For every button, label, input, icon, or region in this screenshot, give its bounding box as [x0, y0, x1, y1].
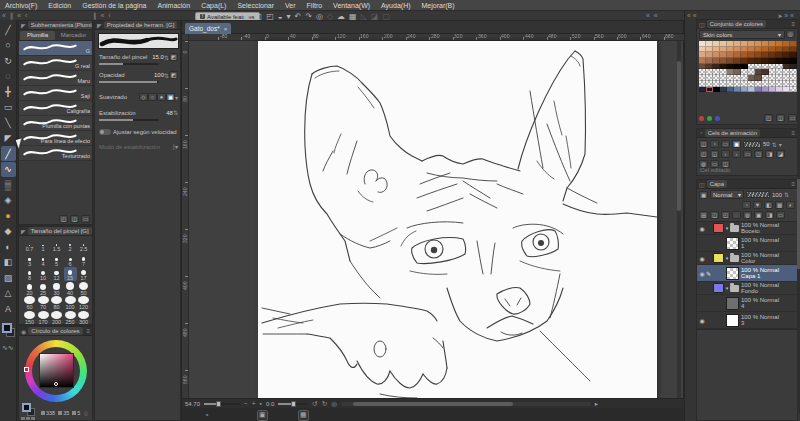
brush-tool[interactable]: ∿ — [1, 162, 16, 177]
color-swatch[interactable] — [776, 87, 783, 93]
layer-opacity-stepper[interactable]: ⇅ — [784, 191, 789, 198]
layer-thumbnail[interactable] — [726, 297, 739, 310]
layer-row-color[interactable]: ◉▾100 % NormalColor — [697, 252, 797, 265]
brush-size-cell[interactable]: 2 — [64, 238, 77, 252]
cels-toolbar-icon[interactable]: ▭ — [743, 150, 752, 158]
panel-menu-icon[interactable]: ≡ — [791, 21, 795, 27]
duplicate-subtool-icon[interactable]: ◫ — [70, 215, 79, 223]
layer-palette-icon[interactable]: ▣ — [699, 191, 708, 199]
brush-size-cell[interactable]: 17 — [77, 267, 90, 281]
brush-size-cell[interactable]: 170 — [37, 311, 50, 325]
menu-item[interactable]: Ver — [285, 2, 296, 9]
rotate-right-icon[interactable]: ↻ — [322, 400, 327, 408]
cels-toolbar-icon[interactable]: ▣ — [732, 140, 741, 148]
text-tool[interactable]: A — [1, 301, 16, 316]
brush-item[interactable]: Para línea de efecto — [19, 131, 92, 146]
pencil-tool[interactable]: ╱ — [1, 146, 16, 161]
stabilization-mode-dropdown-icon[interactable]: ▾ — [175, 143, 178, 150]
eye-icon[interactable]: ◉ — [698, 225, 706, 232]
color-swatch[interactable] — [713, 87, 720, 93]
move-tool[interactable]: ╋ — [1, 84, 16, 99]
brush-size-cell[interactable]: 25 — [37, 282, 50, 296]
brush-size-cell[interactable]: 6 — [64, 253, 77, 267]
cels-toolbar-icon[interactable]: ◨ — [765, 150, 774, 158]
brush-size-cell[interactable]: 100 — [64, 296, 77, 310]
brush-size-cell[interactable]: 120 — [77, 296, 90, 310]
color-swatch[interactable] — [790, 87, 797, 93]
edit-color-set-icon[interactable]: ◎ — [786, 30, 795, 38]
layer-color-chip[interactable] — [713, 283, 724, 293]
zoom-tool[interactable]: ○ — [1, 38, 16, 53]
add-swatch-icon[interactable]: ◰ — [764, 114, 773, 122]
cels-toolbar-icon[interactable]: ◫ — [699, 140, 708, 148]
opacity-slider[interactable] — [99, 81, 159, 83]
brush-size-cell[interactable]: 15 — [64, 267, 77, 281]
brush-item[interactable]: Saji — [19, 86, 92, 101]
delete-subtool-icon[interactable]: ▭ — [81, 215, 90, 223]
vertical-scrollbar[interactable] — [677, 41, 681, 398]
zoom-value[interactable]: 54.70 — [185, 401, 200, 407]
menu-item[interactable]: Gestión de la página — [82, 2, 146, 9]
brush-item[interactable]: Plumilla con puntas — [19, 116, 92, 131]
color-set-header[interactable]: ◫ Conjunto de colores ≡ — [697, 20, 797, 29]
color-swatch[interactable] — [720, 87, 727, 93]
timelapse-icon[interactable]: ◔ — [204, 411, 209, 420]
smoothing-circle-icon[interactable]: ○ — [148, 93, 157, 101]
delete-swatch-icon[interactable]: ▭ — [788, 114, 797, 122]
color-mode-dot-icon[interactable] — [715, 116, 720, 121]
brush-size-cell[interactable]: 3 — [23, 253, 36, 267]
menu-item[interactable]: Archivo(F) — [5, 2, 37, 9]
opacity-dynamics-icon[interactable]: ◩ — [169, 71, 178, 79]
layer-toolbar-icon[interactable]: ▭ — [776, 211, 785, 219]
layer-row-3[interactable]: ◉100 % Normal3 — [697, 312, 797, 329]
horizontal-scrollbar[interactable] — [341, 402, 591, 406]
color-wheel-header[interactable]: ◉ Círculo de colores ≡ — [19, 327, 92, 336]
brush-size-cell[interactable]: 70 — [37, 296, 50, 310]
color-swatch[interactable] — [727, 87, 734, 93]
layer-thumbnail[interactable] — [726, 237, 739, 250]
brush-item[interactable]: Maru — [19, 71, 92, 86]
brush-size-cell[interactable]: 300 — [77, 311, 90, 325]
saturation-value-square[interactable] — [39, 353, 74, 388]
color-mode-dot-icon[interactable] — [699, 116, 704, 121]
layer-toolbar-icon[interactable]: ◧ — [764, 201, 773, 209]
layer-row-boceto[interactable]: ◉▾100 % NormalBoceto — [697, 222, 797, 235]
menu-item[interactable]: Ayuda(H) — [381, 2, 410, 9]
smoothing-selected-icon[interactable]: ▣ — [166, 93, 175, 101]
brush-size-cell[interactable]: 50 — [77, 282, 90, 296]
color-swatch[interactable] — [755, 87, 762, 93]
cels-toolbar-icon[interactable]: ‹ — [721, 150, 730, 158]
layer-thumbnail[interactable] — [726, 314, 739, 327]
marquee-select-tool[interactable]: ▭ — [1, 100, 16, 115]
brush-size-cell[interactable]: 200 — [50, 311, 63, 325]
brush-size-dynamics-icon[interactable]: ◩ — [169, 53, 178, 61]
layer-thumbnail[interactable] — [726, 267, 739, 280]
brush-size-cell[interactable]: 10 — [37, 267, 50, 281]
brush-size-cell[interactable]: 7 — [77, 253, 90, 267]
color-swatch[interactable] — [699, 87, 706, 93]
foreground-color-swatch[interactable] — [22, 403, 31, 412]
cels-toolbar-icon[interactable]: ◔ — [710, 140, 719, 148]
color-mode-mini-swatches[interactable] — [21, 417, 35, 420]
eraser-tool[interactable]: ◆ — [1, 224, 16, 239]
drawing-canvas[interactable] — [258, 41, 657, 398]
brush-size-cell[interactable]: 60 — [23, 296, 36, 310]
eye-icon[interactable]: ◉ — [698, 317, 706, 324]
color-swatch[interactable] — [762, 87, 769, 93]
layer-toolbar-icon[interactable]: ▼ — [753, 201, 762, 209]
foreground-background-swatches[interactable] — [1, 322, 16, 340]
menu-item[interactable]: Capa(L) — [201, 2, 226, 9]
layer-opacity-value[interactable]: 100 — [772, 192, 782, 198]
rotation-value[interactable]: 0.0 — [266, 401, 274, 407]
layer-toolbar-icon[interactable]: ▦ — [775, 201, 784, 209]
brush-item[interactable]: Caligrafía — [19, 101, 92, 116]
brush-size-cell[interactable]: 250 — [64, 311, 77, 325]
brush-size-cell[interactable]: 12 — [50, 267, 63, 281]
balloon-tool[interactable]: ● — [1, 208, 16, 223]
panel-collapse-icons[interactable]: « ∥ « ‹ — [2, 12, 28, 20]
color-set-preset-select[interactable]: Skin colors ▾ — [699, 30, 785, 39]
panel-menu-icon[interactable]: ≡ — [87, 328, 91, 334]
cels-toolbar-icon[interactable]: ◱ — [710, 150, 719, 158]
eye-icon[interactable]: ◉ — [698, 255, 706, 262]
layer-toolbar-icon[interactable]: ◐ — [786, 201, 795, 209]
